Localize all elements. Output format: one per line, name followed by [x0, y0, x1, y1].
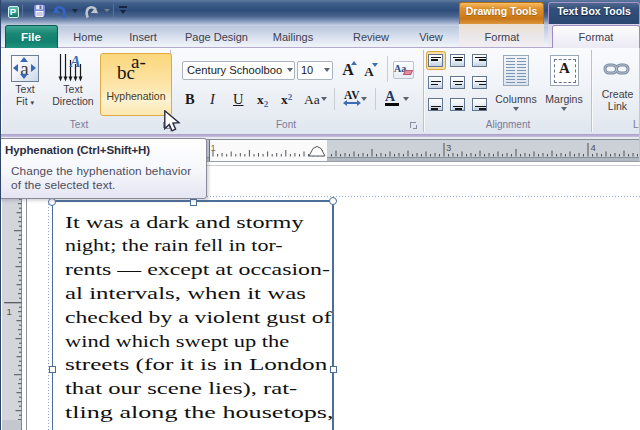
svg-text:A: A	[69, 53, 81, 70]
svg-text:3: 3	[446, 142, 451, 153]
svg-text:4: 4	[591, 142, 596, 153]
svg-text:1: 1	[211, 142, 216, 153]
svg-text:1: 1	[7, 306, 12, 317]
